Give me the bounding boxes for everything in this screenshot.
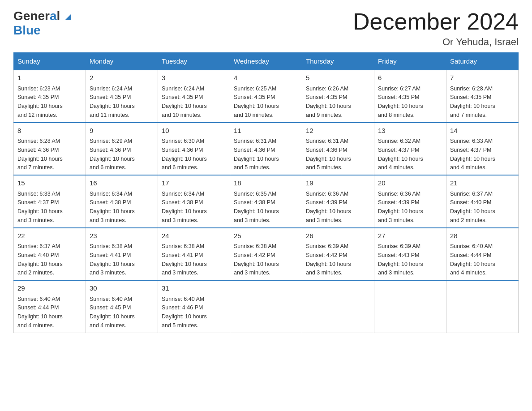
day-info: Sunrise: 6:29 AMSunset: 4:36 PMDaylight:… <box>90 138 135 171</box>
calendar-cell: 8 Sunrise: 6:28 AMSunset: 4:36 PMDayligh… <box>14 123 86 176</box>
calendar-cell: 7 Sunrise: 6:28 AMSunset: 4:35 PMDayligh… <box>446 70 519 123</box>
svg-marker-0 <box>65 14 71 20</box>
calendar-week-row: 1 Sunrise: 6:23 AMSunset: 4:35 PMDayligh… <box>14 70 519 123</box>
calendar-cell-empty <box>302 280 374 333</box>
day-number: 23 <box>90 231 154 241</box>
day-info: Sunrise: 6:36 AMSunset: 4:39 PMDaylight:… <box>378 191 423 223</box>
calendar-cell: 31 Sunrise: 6:40 AMSunset: 4:46 PMDaylig… <box>158 280 230 333</box>
day-info: Sunrise: 6:36 AMSunset: 4:39 PMDaylight:… <box>306 191 351 223</box>
calendar-week-row: 15 Sunrise: 6:33 AMSunset: 4:37 PMDaylig… <box>14 175 519 228</box>
day-number: 11 <box>234 126 298 136</box>
calendar-cell: 26 Sunrise: 6:39 AMSunset: 4:42 PMDaylig… <box>302 228 374 281</box>
calendar-cell: 23 Sunrise: 6:38 AMSunset: 4:41 PMDaylig… <box>86 228 158 281</box>
calendar-cell: 13 Sunrise: 6:32 AMSunset: 4:37 PMDaylig… <box>374 123 446 176</box>
day-info: Sunrise: 6:40 AMSunset: 4:46 PMDaylight:… <box>162 296 207 329</box>
calendar-cell: 20 Sunrise: 6:36 AMSunset: 4:39 PMDaylig… <box>374 175 446 228</box>
location-subtitle: Or Yehuda, Israel <box>353 36 519 48</box>
day-info: Sunrise: 6:34 AMSunset: 4:38 PMDaylight:… <box>162 191 207 223</box>
day-info: Sunrise: 6:24 AMSunset: 4:35 PMDaylight:… <box>90 86 135 118</box>
day-info: Sunrise: 6:39 AMSunset: 4:42 PMDaylight:… <box>306 243 351 276</box>
day-info: Sunrise: 6:37 AMSunset: 4:40 PMDaylight:… <box>450 191 495 223</box>
calendar-cell: 22 Sunrise: 6:37 AMSunset: 4:40 PMDaylig… <box>14 228 86 281</box>
day-of-week-header: Friday <box>374 53 446 70</box>
calendar-cell: 1 Sunrise: 6:23 AMSunset: 4:35 PMDayligh… <box>14 70 86 123</box>
calendar-cell: 11 Sunrise: 6:31 AMSunset: 4:36 PMDaylig… <box>230 123 302 176</box>
logo-general-text: General <box>13 9 72 23</box>
day-info: Sunrise: 6:40 AMSunset: 4:45 PMDaylight:… <box>90 296 135 329</box>
title-block: December 2024 Or Yehuda, Israel <box>353 9 519 48</box>
day-number: 6 <box>378 73 442 83</box>
day-number: 22 <box>17 231 82 241</box>
day-number: 15 <box>17 178 82 188</box>
day-info: Sunrise: 6:40 AMSunset: 4:44 PMDaylight:… <box>17 296 63 329</box>
calendar-cell: 21 Sunrise: 6:37 AMSunset: 4:40 PMDaylig… <box>446 175 519 228</box>
calendar-cell-empty <box>446 280 519 333</box>
day-of-week-header: Sunday <box>14 53 86 70</box>
month-title: December 2024 <box>353 9 519 34</box>
day-number: 17 <box>162 178 226 188</box>
day-number: 19 <box>306 178 370 188</box>
calendar-cell: 14 Sunrise: 6:33 AMSunset: 4:37 PMDaylig… <box>446 123 519 176</box>
day-number: 27 <box>378 231 442 241</box>
calendar-week-row: 22 Sunrise: 6:37 AMSunset: 4:40 PMDaylig… <box>14 228 519 281</box>
calendar-cell: 3 Sunrise: 6:24 AMSunset: 4:35 PMDayligh… <box>158 70 230 123</box>
calendar-cell: 16 Sunrise: 6:34 AMSunset: 4:38 PMDaylig… <box>86 175 158 228</box>
day-of-week-header: Wednesday <box>230 53 302 70</box>
day-info: Sunrise: 6:28 AMSunset: 4:36 PMDaylight:… <box>17 138 63 171</box>
day-number: 31 <box>162 283 226 294</box>
calendar-cell: 4 Sunrise: 6:25 AMSunset: 4:35 PMDayligh… <box>230 70 302 123</box>
day-info: Sunrise: 6:31 AMSunset: 4:36 PMDaylight:… <box>234 138 279 171</box>
day-info: Sunrise: 6:38 AMSunset: 4:42 PMDaylight:… <box>234 243 279 276</box>
day-number: 14 <box>450 126 515 136</box>
day-number: 2 <box>90 73 154 83</box>
day-number: 7 <box>450 73 515 83</box>
calendar-cell: 2 Sunrise: 6:24 AMSunset: 4:35 PMDayligh… <box>86 70 158 123</box>
day-number: 25 <box>234 231 298 241</box>
calendar-cell: 9 Sunrise: 6:29 AMSunset: 4:36 PMDayligh… <box>86 123 158 176</box>
calendar-header-row: SundayMondayTuesdayWednesdayThursdayFrid… <box>14 53 519 70</box>
calendar-cell: 29 Sunrise: 6:40 AMSunset: 4:44 PMDaylig… <box>14 280 86 333</box>
day-of-week-header: Thursday <box>302 53 374 70</box>
day-number: 20 <box>378 178 442 188</box>
day-number: 24 <box>162 231 226 241</box>
day-of-week-header: Saturday <box>446 53 519 70</box>
day-number: 8 <box>17 126 82 136</box>
logo-blue-text: Blue <box>13 23 41 38</box>
calendar-week-row: 29 Sunrise: 6:40 AMSunset: 4:44 PMDaylig… <box>14 280 519 333</box>
day-of-week-header: Tuesday <box>158 53 230 70</box>
calendar-table: SundayMondayTuesdayWednesdayThursdayFrid… <box>13 52 519 333</box>
day-info: Sunrise: 6:32 AMSunset: 4:37 PMDaylight:… <box>378 138 423 171</box>
calendar-cell: 12 Sunrise: 6:31 AMSunset: 4:36 PMDaylig… <box>302 123 374 176</box>
logo-triangle-icon <box>64 13 72 21</box>
day-info: Sunrise: 6:27 AMSunset: 4:35 PMDaylight:… <box>378 86 423 118</box>
calendar-cell: 27 Sunrise: 6:39 AMSunset: 4:43 PMDaylig… <box>374 228 446 281</box>
calendar-cell: 24 Sunrise: 6:38 AMSunset: 4:41 PMDaylig… <box>158 228 230 281</box>
calendar-cell: 28 Sunrise: 6:40 AMSunset: 4:44 PMDaylig… <box>446 228 519 281</box>
day-number: 16 <box>90 178 154 188</box>
day-info: Sunrise: 6:30 AMSunset: 4:36 PMDaylight:… <box>162 138 207 171</box>
calendar-cell: 18 Sunrise: 6:35 AMSunset: 4:38 PMDaylig… <box>230 175 302 228</box>
day-of-week-header: Monday <box>86 53 158 70</box>
day-info: Sunrise: 6:24 AMSunset: 4:35 PMDaylight:… <box>162 86 207 118</box>
calendar-cell: 17 Sunrise: 6:34 AMSunset: 4:38 PMDaylig… <box>158 175 230 228</box>
calendar-cell: 19 Sunrise: 6:36 AMSunset: 4:39 PMDaylig… <box>302 175 374 228</box>
page-header: General Blue December 2024 Or Yehuda, Is… <box>13 9 519 48</box>
day-number: 4 <box>234 73 298 83</box>
day-number: 21 <box>450 178 515 188</box>
day-number: 18 <box>234 178 298 188</box>
day-number: 13 <box>378 126 442 136</box>
day-info: Sunrise: 6:38 AMSunset: 4:41 PMDaylight:… <box>90 243 135 276</box>
calendar-cell: 25 Sunrise: 6:38 AMSunset: 4:42 PMDaylig… <box>230 228 302 281</box>
day-info: Sunrise: 6:23 AMSunset: 4:35 PMDaylight:… <box>17 86 63 118</box>
calendar-cell: 6 Sunrise: 6:27 AMSunset: 4:35 PMDayligh… <box>374 70 446 123</box>
calendar-cell: 10 Sunrise: 6:30 AMSunset: 4:36 PMDaylig… <box>158 123 230 176</box>
day-info: Sunrise: 6:34 AMSunset: 4:38 PMDaylight:… <box>90 191 135 223</box>
calendar-week-row: 8 Sunrise: 6:28 AMSunset: 4:36 PMDayligh… <box>14 123 519 176</box>
day-info: Sunrise: 6:39 AMSunset: 4:43 PMDaylight:… <box>378 243 423 276</box>
calendar-cell: 15 Sunrise: 6:33 AMSunset: 4:37 PMDaylig… <box>14 175 86 228</box>
calendar-cell-empty <box>374 280 446 333</box>
calendar-cell: 30 Sunrise: 6:40 AMSunset: 4:45 PMDaylig… <box>86 280 158 333</box>
day-info: Sunrise: 6:26 AMSunset: 4:35 PMDaylight:… <box>306 86 351 118</box>
logo: General Blue <box>13 9 72 38</box>
day-number: 5 <box>306 73 370 83</box>
